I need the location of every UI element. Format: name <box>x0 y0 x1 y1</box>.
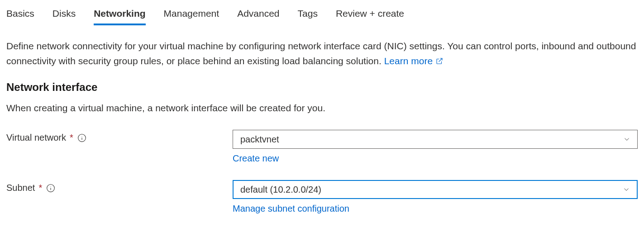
create-new-vnet-link[interactable]: Create new <box>233 153 279 164</box>
learn-more-label: Learn more <box>384 54 433 69</box>
section-subtitle: When creating a virtual machine, a netwo… <box>6 103 638 114</box>
tab-basics[interactable]: Basics <box>6 6 34 25</box>
subnet-info-button[interactable] <box>46 183 56 193</box>
tab-advanced[interactable]: Advanced <box>237 6 279 25</box>
manage-subnet-link[interactable]: Manage subnet configuration <box>233 204 349 214</box>
subnet-select[interactable]: default (10.2.0.0/24) <box>233 180 638 199</box>
subnet-label: Subnet <box>6 183 35 193</box>
virtual-network-value: packtvnet <box>240 134 279 145</box>
subnet-value: default (10.2.0.0/24) <box>240 185 321 195</box>
chevron-down-icon <box>623 135 631 143</box>
chevron-down-icon <box>622 185 630 194</box>
tab-disks[interactable]: Disks <box>52 6 76 25</box>
virtual-network-info-button[interactable] <box>77 133 87 143</box>
section-title: Network interface <box>6 81 638 94</box>
virtual-network-label-group: Virtual network * <box>6 130 233 143</box>
form-row-virtual-network: Virtual network * packtvnet Create new <box>6 130 638 164</box>
required-indicator: * <box>38 183 42 193</box>
virtual-network-label: Virtual network <box>6 133 66 143</box>
subnet-label-group: Subnet * <box>6 180 233 193</box>
external-link-icon <box>435 57 444 65</box>
subnet-input-col: default (10.2.0.0/24) Manage subnet conf… <box>233 180 638 214</box>
tab-tags[interactable]: Tags <box>298 6 318 25</box>
tabs-bar: Basics Disks Networking Management Advan… <box>6 6 638 25</box>
tab-review-create[interactable]: Review + create <box>336 6 404 25</box>
tab-networking[interactable]: Networking <box>94 6 145 25</box>
virtual-network-input-col: packtvnet Create new <box>233 130 638 164</box>
tab-management[interactable]: Management <box>164 6 219 25</box>
learn-more-link[interactable]: Learn more <box>384 54 444 69</box>
page-description: Define network connectivity for your vir… <box>6 39 638 68</box>
info-icon <box>46 184 55 193</box>
description-text: Define network connectivity for your vir… <box>6 41 636 66</box>
info-icon <box>77 133 86 142</box>
svg-point-5 <box>51 186 51 186</box>
svg-point-2 <box>81 136 82 136</box>
virtual-network-select[interactable]: packtvnet <box>233 130 638 149</box>
form-row-subnet: Subnet * default (10.2.0.0/24) Manage su… <box>6 180 638 214</box>
required-indicator: * <box>70 133 73 143</box>
